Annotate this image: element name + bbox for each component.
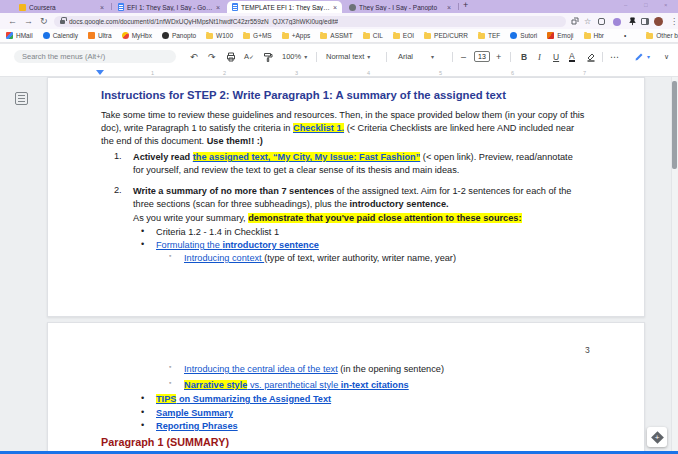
font-select[interactable]: Arial ▾: [398, 49, 434, 64]
bookmark-tef[interactable]: TEF: [478, 32, 500, 39]
document-outline-icon: [15, 92, 28, 105]
undo-icon[interactable]: ↶: [190, 49, 198, 64]
browser-menu-icon[interactable]: ⋮: [670, 17, 678, 26]
bookmarks-bar: HMail Calendly Ultra MyHbx Panopto W100 …: [0, 29, 678, 43]
tab-efi1-doc[interactable]: EFI 1: They Say, I Say - Goo... ×: [113, 1, 225, 13]
toolbar-divider: [386, 52, 387, 62]
sample-summary-link[interactable]: Sample Summary: [156, 408, 233, 418]
font-size-field[interactable]: 13: [474, 51, 490, 62]
bookmark-pedcurr[interactable]: PED/CURR: [424, 32, 468, 39]
bookmark-assmt[interactable]: ASSMT: [320, 32, 352, 39]
bold-button[interactable]: B: [521, 49, 527, 64]
new-tab-button[interactable]: +: [463, 0, 468, 10]
bookmark-cil[interactable]: CIL: [363, 32, 383, 39]
print-icon[interactable]: [226, 49, 236, 64]
document-page-2[interactable]: Instructions for STEP 2: Write Paragraph…: [47, 77, 645, 317]
reload-icon[interactable]: ↻: [40, 16, 48, 26]
hide-menus-icon[interactable]: ∨: [664, 49, 669, 64]
highlight-color-icon[interactable]: [586, 49, 596, 64]
coursera-favicon: [19, 4, 26, 11]
tab-close-icon[interactable]: ×: [333, 4, 337, 11]
bookmark-myhbx[interactable]: MyHbx: [122, 32, 152, 39]
tab-separator: [458, 3, 459, 10]
bookmark-hmail[interactable]: HMail: [6, 32, 33, 39]
bookmark-panopto[interactable]: Panopto: [162, 32, 196, 39]
formulating-link[interactable]: Formulating the introductory sentence: [156, 240, 319, 250]
italic-button[interactable]: I: [538, 49, 541, 64]
paragraph-style-select[interactable]: Normal text ▾: [326, 49, 370, 64]
bookmark-hbr[interactable]: Hbr: [584, 32, 604, 39]
sources-line: As you write your summary, demonstrate t…: [133, 212, 585, 225]
document-page-3[interactable]: 3 ◦ Introducing the central idea of the …: [47, 322, 645, 451]
minimize-icon[interactable]: –: [624, 2, 627, 8]
bookmark-calendly[interactable]: Calendly: [43, 32, 78, 39]
bookmark-w100[interactable]: W100: [206, 32, 233, 39]
show-outline-button[interactable]: [12, 89, 30, 107]
introducing-context-link[interactable]: Introducing context: [184, 253, 264, 263]
tab-coursera[interactable]: Coursera ×: [14, 1, 109, 13]
bullet-reporting-phrases: Reporting Phrases: [156, 420, 586, 433]
other-bookmarks[interactable]: Other bookmarks: [646, 32, 678, 39]
bullet-context: Introducing context (type of text, write…: [184, 252, 586, 265]
zoom-select[interactable]: 100% ▾: [282, 49, 307, 64]
browser-tab-strip: Coursera × EFI 1: They Say, I Say - Goo.…: [0, 0, 678, 13]
extension-icon[interactable]: [598, 18, 605, 25]
bookmark-ultra[interactable]: Ultra: [88, 32, 112, 39]
forward-icon[interactable]: →: [24, 16, 33, 26]
editing-mode-button[interactable]: ▾: [634, 49, 650, 64]
tab-close-icon[interactable]: ×: [447, 4, 451, 11]
ruler[interactable]: 1 2 3 4 5 6 7: [0, 69, 678, 77]
spellcheck-icon[interactable]: A✓: [244, 49, 254, 64]
pin-extension-icon[interactable]: [628, 17, 637, 26]
narrative-style-link[interactable]: Narrative style vs. parenthetical style …: [184, 380, 409, 390]
bookmark-emoji[interactable]: Emoji: [547, 32, 573, 39]
sutori-icon: [510, 32, 517, 39]
google-docs-favicon: [118, 3, 124, 11]
window-close-icon[interactable]: ×: [664, 2, 668, 8]
font-size-increase-button[interactable]: +: [496, 49, 501, 64]
explore-button[interactable]: +: [647, 427, 667, 447]
reporting-phrases-link[interactable]: Reporting Phrases: [156, 421, 238, 431]
folder-icon: [363, 33, 370, 39]
scrollbar[interactable]: [671, 77, 678, 451]
more-options-icon[interactable]: ⋯: [610, 49, 619, 64]
explore-icon: +: [651, 431, 664, 444]
central-idea-link[interactable]: Introducing the central idea of the text: [184, 364, 338, 374]
url-omnibox[interactable]: docs.google.com/document/d/1nfWDxUQyHMps…: [54, 16, 566, 27]
bookmark-sutori[interactable]: Sutori: [510, 32, 537, 39]
tab-close-icon[interactable]: ×: [100, 4, 104, 11]
profile-avatar[interactable]: [654, 17, 663, 26]
scrollbar-thumb[interactable]: [672, 81, 677, 169]
search-menus-input[interactable]: [14, 50, 176, 63]
side-panel-icon[interactable]: [641, 18, 649, 25]
bookmark-eoi[interactable]: EOI: [393, 32, 414, 39]
step2-heading: Instructions for STEP 2: Write Paragraph…: [101, 89, 506, 101]
bullet-central-idea: Introducing the central idea of the text…: [184, 363, 586, 376]
assigned-text-link[interactable]: the assigned text, “My City, My Issue: F…: [193, 152, 421, 162]
tips-link[interactable]: TIPS on Summarizing the Assigned Text: [156, 394, 331, 404]
toolbar-divider: [510, 52, 511, 62]
tab-panopto[interactable]: They Say - I Say - Panopto ×: [344, 1, 456, 13]
font-size-decrease-button[interactable]: –: [461, 49, 466, 64]
bookmark-apps[interactable]: +Apps: [282, 32, 311, 39]
text-color-button[interactable]: A: [569, 51, 575, 62]
share-icon[interactable]: [571, 17, 579, 25]
back-icon[interactable]: ←: [8, 16, 17, 26]
folder-icon: [243, 33, 250, 39]
tab-close-icon[interactable]: ×: [216, 4, 220, 11]
chevron-down-icon: ▾: [367, 53, 370, 60]
bookmarks-overflow[interactable]: •: [624, 32, 626, 39]
hollow-bullet-icon: ◦: [169, 379, 171, 386]
bookmark-star-icon[interactable]: ☆: [584, 17, 591, 26]
bookmark-gms[interactable]: G+MS: [243, 32, 272, 39]
tab-template-efi1-active[interactable]: TEMPLATE EFI 1: They Say - I Sa... ×: [227, 1, 342, 13]
purple-extension-icon[interactable]: [613, 18, 621, 26]
maximize-icon[interactable]: □: [644, 2, 648, 8]
redo-icon[interactable]: ↷: [208, 49, 216, 64]
underline-button[interactable]: U: [553, 49, 559, 64]
chevron-down-icon: ▾: [304, 53, 307, 60]
indent-marker[interactable]: [96, 70, 104, 75]
checklist1-link[interactable]: Checklist 1.: [293, 123, 344, 133]
paint-format-icon[interactable]: [263, 49, 273, 64]
myhbx-icon: [122, 32, 129, 39]
